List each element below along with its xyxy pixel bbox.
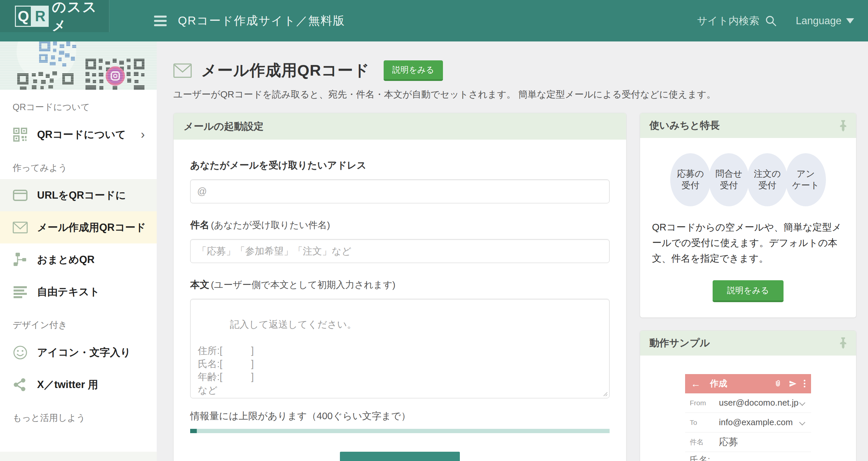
nav-section-label: QRコードについて [0, 90, 157, 118]
sidebar-item-label: 自由テキスト [37, 285, 100, 299]
mail-subject-row: 件名 応募 [685, 432, 811, 452]
usage-show-description-button[interactable]: 説明をみる [713, 280, 784, 302]
page-head: メール作成用QRコード 説明をみる [173, 60, 868, 81]
nav-section-label: デザイン付き [0, 308, 157, 336]
chevron-right-icon: › [141, 128, 145, 142]
back-arrow-icon: ← [691, 378, 701, 390]
resize-handle-icon[interactable] [602, 391, 608, 396]
overflow-menu-icon [804, 380, 805, 387]
sidebar-item-about-qr[interactable]: QRコードについて › [0, 118, 157, 150]
panel-title: メールの起動設定 [184, 120, 264, 133]
usage-bubble: 問合せ受付 [709, 153, 749, 206]
body-note: (ユーザー側で本文として初期入力されます) [211, 280, 395, 290]
site-search-link[interactable]: サイト内検索 [697, 14, 760, 28]
logo-text: のススメ [52, 0, 109, 35]
subject-field: 件名 (あなたが受け取りたい件名) [190, 219, 610, 263]
sidebar-item-mail-qr[interactable]: メール作成用QRコード [0, 211, 157, 243]
chevron-down-icon [846, 18, 854, 24]
qr-codes-photo [0, 41, 157, 90]
language-label: Language [796, 15, 841, 27]
sidebar-item-free-text[interactable]: 自由テキスト [0, 276, 157, 308]
chevron-down-icon [799, 420, 805, 426]
mail-app-mockup: ← 作成 [685, 374, 811, 461]
capacity-progress-fill [190, 429, 197, 433]
limit-note: 情報量には上限があります（400ぐらい文字まで） [190, 410, 610, 423]
panel-header: メールの起動設定 [174, 113, 626, 140]
mail-compose-title: 作成 [710, 378, 727, 390]
envelope-icon [12, 222, 28, 233]
sidebar-next-item-edge [0, 452, 157, 461]
sidebar-item-label: おまとめQR [37, 253, 94, 267]
from-label: From [690, 399, 719, 407]
body-label: 本文 [190, 279, 209, 290]
panel-title: 動作サンプル [649, 336, 710, 350]
from-value: user@docomo.net.jp [719, 398, 799, 408]
header-right: サイト内検索 Language [697, 14, 854, 28]
sidebar-item-label: アイコン・文字入り [37, 346, 131, 359]
mail-body-partial: 氏名: [685, 452, 811, 461]
address-field: あなたがメールを受け取りたいアドレス [190, 159, 610, 203]
body-field: 本文 (ユーザー側で本文として初期入力されます) 記入して返送してください。 住… [190, 278, 610, 398]
pushpin-icon[interactable] [838, 337, 848, 349]
mail-subject-value: 応募 [719, 435, 738, 449]
to-label: To [690, 419, 719, 427]
body-textarea[interactable]: 記入して返送してください。 住所:[ ] 氏名:[ ] 年齢:[ ] など [190, 299, 610, 398]
panel-header: 使いみちと特長 [640, 113, 856, 138]
address-label: あなたがメールを受け取りたいアドレス [190, 159, 610, 172]
attachment-icon [774, 380, 782, 388]
usage-panel: 使いみちと特長 応募の受付 問合せ受付 注文の受付 [640, 113, 857, 318]
chevron-down-icon [799, 400, 805, 406]
sample-panel: 動作サンプル ← 作成 [640, 330, 857, 461]
sidebar-item-x-twitter[interactable]: X／twitter 用 [0, 369, 157, 401]
sitemap-icon [12, 252, 28, 267]
sidebar-nav: QRコードについて QRコードについて › 作ってみよう [0, 90, 157, 429]
envelope-icon [173, 63, 192, 78]
share-icon [12, 377, 28, 392]
usage-description: QRコードからの空メールや、簡単な定型メールでの受付に使えます。デフォルトの本文… [640, 220, 856, 266]
language-selector[interactable]: Language [796, 15, 854, 27]
logo-r-letter: R [32, 6, 49, 27]
mail-subject-label: 件名 [690, 437, 719, 447]
page-title: メール作成用QRコード [201, 60, 370, 81]
app-header: Q R のススメ QRコード作成サイト／無料版 サイト内検索 Language [0, 0, 868, 41]
panel-header: 動作サンプル [640, 331, 856, 355]
sidebar-item-matome-qr[interactable]: おまとめQR [0, 243, 157, 276]
hamburger-menu-icon[interactable] [154, 16, 167, 26]
site-title: QRコード作成サイト／無料版 [178, 13, 345, 29]
usage-bubbles: 応募の受付 問合せ受付 注文の受付 アンケート [640, 153, 856, 206]
usage-bubble: 応募の受付 [670, 153, 711, 206]
sidebar-item-label: X／twitter 用 [37, 378, 98, 392]
nav-section-label: もっと活用しよう [0, 401, 157, 429]
page-description: ユーザーがQRコードを読み取ると、宛先・件名・本文が自動でセットされます。 簡単… [173, 88, 868, 101]
sidebar-item-label: URLをQRコードに [37, 189, 126, 202]
text-lines-icon [12, 285, 28, 298]
body-placeholder: 記入して返送してください。 住所:[ ] 氏名:[ ] 年齢:[ ] など [198, 319, 356, 395]
sidebar-item-url-qr[interactable]: URLをQRコードに [0, 179, 157, 211]
panel-title: 使いみちと特長 [649, 119, 720, 132]
main-content: メール作成用QRコード 説明をみる ユーザーがQRコードを読み取ると、宛先・件名… [157, 41, 868, 461]
show-description-button[interactable]: 説明をみる [384, 60, 443, 81]
send-icon [788, 380, 797, 388]
search-icon[interactable] [765, 15, 777, 27]
mail-toolbar: ← 作成 [685, 374, 811, 393]
sidebar-item-icon-text-design[interactable]: アイコン・文字入り [0, 336, 157, 369]
qr-code-icon [12, 127, 28, 142]
create-button[interactable]: 作成する [340, 452, 460, 461]
sidebar-item-label: メール作成用QRコード [37, 221, 146, 234]
nav-section-label: 作ってみよう [0, 150, 157, 179]
sidebar: QRコードについて QRコードについて › 作ってみよう [0, 41, 157, 461]
to-value: info@example.com [719, 417, 793, 428]
usage-bubble: アンケート [785, 153, 826, 206]
pushpin-icon[interactable] [838, 119, 848, 132]
site-logo[interactable]: Q R のススメ [0, 0, 109, 32]
subject-label: 件名 [190, 220, 209, 230]
usage-bubble: 注文の受付 [747, 153, 787, 206]
mail-to-row: To info@example.com [685, 413, 811, 432]
capacity-progress-bar [190, 429, 610, 433]
logo-q-letter: Q [15, 6, 32, 27]
browser-icon [12, 189, 28, 202]
subject-note: (あなたが受け取りたい件名) [211, 220, 330, 230]
subject-input[interactable] [190, 239, 610, 263]
sidebar-item-label: QRコードについて [37, 128, 126, 142]
address-input[interactable] [190, 179, 610, 203]
